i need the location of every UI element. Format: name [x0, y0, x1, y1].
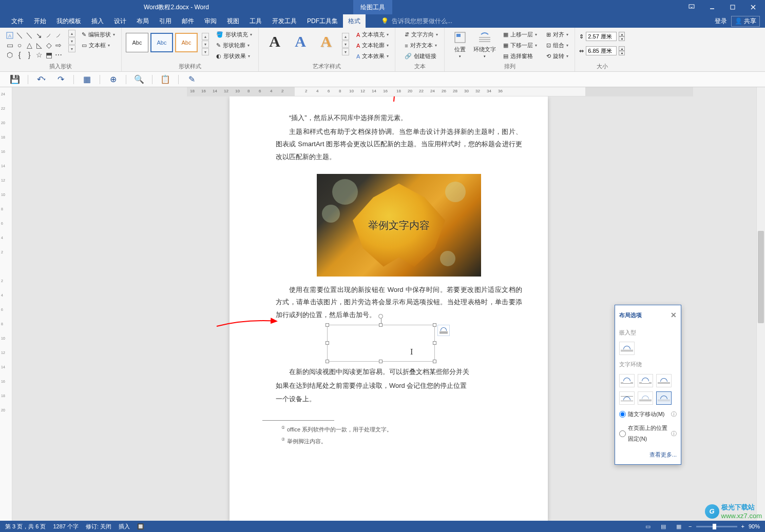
height-down-icon[interactable]: ▾ [619, 36, 625, 41]
menu-pdf-tools[interactable]: PDF工具集 [302, 14, 343, 28]
menu-file[interactable]: 文件 [6, 14, 29, 28]
menu-mailings[interactable]: 邮件 [177, 14, 199, 28]
qat-btn-1-icon[interactable]: ▦ [78, 73, 95, 86]
width-input[interactable]: 6.85 厘米 [586, 46, 617, 55]
shape-curve-icon[interactable]: ⟋ [44, 31, 53, 40]
share-button[interactable]: 👤 共享 [731, 16, 760, 27]
gallery-down-icon[interactable]: ▾ [68, 37, 75, 45]
maximize-icon[interactable] [723, 2, 742, 12]
shape-rect-icon[interactable]: ▭ [5, 41, 14, 50]
scrollbar-thumb[interactable] [758, 231, 764, 323]
fix-position-radio[interactable]: 在页面上的位置固定(N) ⓘ [615, 421, 681, 445]
qat-btn-4-icon[interactable]: 📋 [157, 73, 174, 86]
text-direction-button[interactable]: ⇵文字方向▾ [403, 30, 440, 40]
shape-outline-button[interactable]: ✎形状轮廓▾ [214, 41, 254, 50]
view-read-icon[interactable]: ▭ [642, 522, 654, 530]
shape-style-2[interactable]: Abc [150, 33, 173, 52]
align-button[interactable]: ⊞对齐▾ [544, 30, 570, 40]
status-mode[interactable]: 插入 [119, 523, 130, 530]
shapes-gallery[interactable]: A ＼ ＼ ↘ ⟋ ⟋ ▭ ○ △ ◺ ◇ ⇨ ⬡ { } ☆ ⬒ ⋯ [4, 30, 64, 61]
login-link[interactable]: 登录 [715, 17, 727, 26]
menu-layout[interactable]: 布局 [131, 14, 154, 28]
wrap-opt-square[interactable] [619, 374, 635, 387]
wrap-opt-tight[interactable] [638, 374, 653, 387]
resize-handle-tm[interactable] [379, 323, 382, 327]
zoom-level[interactable]: 90% [749, 523, 760, 529]
document-image[interactable]: 举例文字内容 [317, 174, 481, 277]
text-box-button[interactable]: ▭文本框▾ [80, 41, 117, 50]
wa-gallery-more-icon[interactable]: ▾ [342, 48, 349, 55]
shape-rtriangle-icon[interactable]: ◺ [34, 41, 44, 50]
height-up-icon[interactable]: ▴ [619, 32, 625, 36]
edit-shape-button[interactable]: ✎编辑形状▾ [80, 30, 117, 40]
position-button[interactable]: 位置▾ [449, 30, 471, 58]
shape-brace-icon[interactable]: { [15, 50, 24, 60]
resize-handle-tl[interactable] [326, 323, 329, 327]
shape-more-icon[interactable]: ⋯ [54, 50, 63, 60]
tell-me-search[interactable]: 💡 告诉我您想要做什么... [381, 17, 452, 26]
shape-effects-button[interactable]: ◐形状效果▾ [214, 51, 254, 61]
resize-handle-mr[interactable] [433, 341, 436, 345]
document-page[interactable]: “插入”，然后从不同库中选择所需元素。 主题和样式也有助于文档保持协调。当您单击… [230, 96, 548, 521]
shape-style-3[interactable]: Abc [175, 33, 198, 52]
status-extra-icon[interactable]: 🔲 [137, 523, 144, 530]
wrap-opt-through[interactable] [656, 374, 672, 387]
ribbon-options-icon[interactable] [682, 2, 701, 12]
style-gallery-more-icon[interactable]: ▾ [202, 48, 209, 55]
rotate-button[interactable]: ⟲旋转▾ [544, 51, 570, 61]
wordart-style-1[interactable]: A [263, 30, 286, 53]
shape-connector-icon[interactable]: ↘ [34, 31, 44, 40]
menu-developer[interactable]: 开发工具 [267, 14, 302, 28]
save-icon[interactable]: 💾 [6, 73, 24, 86]
width-down-icon[interactable]: ▾ [619, 51, 625, 55]
gallery-more-icon[interactable]: ▾ [68, 45, 75, 52]
shape-diamond-icon[interactable]: ◇ [44, 41, 53, 50]
text-fill-button[interactable]: A文本填充▾ [354, 30, 391, 40]
shape-style-1[interactable]: Abc [126, 33, 148, 52]
width-up-icon[interactable]: ▴ [619, 46, 625, 51]
menu-design[interactable]: 设计 [109, 14, 131, 28]
move-with-text-radio[interactable]: 随文字移动(M) ⓘ [615, 407, 681, 421]
height-input[interactable]: 2.57 厘米 [586, 32, 617, 41]
status-page[interactable]: 第 3 页，共 6 页 [5, 523, 46, 530]
resize-handle-bm[interactable] [379, 360, 382, 363]
wrap-opt-front[interactable] [656, 391, 672, 405]
shape-arrow-icon[interactable]: ⇨ [54, 41, 63, 50]
status-track[interactable]: 修订: 关闭 [86, 523, 111, 530]
shape-textbox-icon[interactable]: A [5, 31, 14, 40]
qat-btn-3-icon[interactable]: 🔍 [130, 73, 148, 86]
menu-insert[interactable]: 插入 [86, 14, 109, 28]
wa-gallery-up-icon[interactable]: ▴ [342, 33, 349, 40]
minimize-icon[interactable] [702, 2, 722, 12]
menu-my-templates[interactable]: 我的模板 [51, 14, 86, 28]
shape-ellipse-icon[interactable]: ○ [15, 41, 24, 50]
view-web-icon[interactable]: ▦ [673, 522, 684, 530]
selected-textbox[interactable] [327, 325, 435, 362]
menu-format[interactable]: 格式 [343, 14, 366, 28]
undo-icon[interactable]: ↶▾ [32, 73, 50, 86]
resize-handle-br[interactable] [433, 360, 436, 363]
wordart-style-2[interactable]: A [289, 30, 312, 53]
wrap-text-button[interactable]: 环绕文字▾ [473, 30, 496, 58]
qat-btn-5-icon[interactable]: ✎ [183, 73, 200, 86]
info-icon[interactable]: ⓘ [671, 409, 677, 420]
shape-callout-icon[interactable]: ⬒ [44, 50, 53, 60]
vertical-ruler[interactable]: 2422 2018 1614 1210 86 42 24 68 1012 141… [0, 87, 12, 521]
rotate-handle[interactable] [378, 314, 383, 319]
shape-triangle-icon[interactable]: △ [25, 41, 34, 50]
send-backward-button[interactable]: ▦下移一层▾ [501, 41, 539, 50]
wrap-opt-inline[interactable] [619, 342, 635, 355]
resize-handle-bl[interactable] [326, 360, 329, 363]
bring-forward-button[interactable]: ▦上移一层▾ [501, 30, 539, 40]
wa-gallery-down-icon[interactable]: ▾ [342, 41, 349, 48]
align-text-button[interactable]: ≡对齐文本▾ [403, 41, 440, 50]
layout-options-badge[interactable] [437, 325, 450, 336]
wrap-opt-topbottom[interactable] [619, 391, 635, 405]
resize-handle-tr[interactable] [433, 323, 436, 327]
menu-review[interactable]: 审阅 [199, 14, 222, 28]
menu-home[interactable]: 开始 [29, 14, 51, 28]
shape-freeform-icon[interactable]: ⟋ [54, 31, 63, 40]
view-print-icon[interactable]: ▤ [658, 522, 669, 530]
menu-tools[interactable]: 工具 [244, 14, 267, 28]
group-button[interactable]: ⊡组合▾ [544, 41, 570, 50]
